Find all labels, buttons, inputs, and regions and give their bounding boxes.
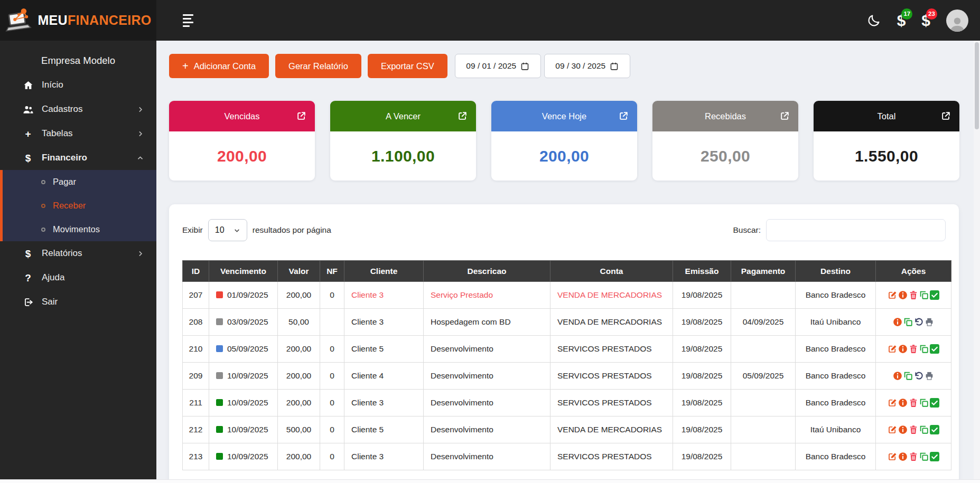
adicionar-conta-button[interactable]: +Adicionar Conta	[169, 54, 269, 78]
sidebar-item-inicio[interactable]: Início	[0, 73, 156, 97]
trash-icon[interactable]	[909, 398, 918, 408]
column-header[interactable]: ID	[183, 261, 209, 282]
sidebar-item-financeiro[interactable]: $Financeiro	[0, 146, 156, 170]
card-header-recebidas[interactable]: Recebidas	[652, 101, 798, 131]
check-icon[interactable]	[930, 344, 939, 354]
receivables-notification-button[interactable]: $ 17	[897, 13, 906, 29]
page-size-select[interactable]: 10	[208, 219, 247, 241]
trash-icon[interactable]	[909, 425, 918, 434]
card-label: Vencidas	[225, 111, 260, 121]
sidebar-item-sair[interactable]: Sair	[0, 290, 156, 314]
button-label: Adicionar Conta	[194, 61, 256, 71]
summary-card-vence-hoje: Vence Hoje200,00	[491, 101, 637, 181]
column-header[interactable]: Ações	[876, 261, 951, 282]
column-header[interactable]: Cliente	[344, 261, 424, 282]
sidebar-item-ajuda[interactable]: ?Ajuda	[0, 266, 156, 290]
cell-acoes	[876, 309, 951, 336]
card-header-total[interactable]: Total	[814, 101, 959, 131]
copy-icon[interactable]	[919, 344, 929, 354]
card-header-a-vencer[interactable]: A Vencer	[330, 101, 476, 131]
check-icon[interactable]	[930, 425, 939, 434]
search-input[interactable]	[766, 219, 946, 241]
trash-icon[interactable]	[909, 452, 918, 461]
edit-icon[interactable]	[888, 398, 897, 408]
card-header-vence-hoje[interactable]: Vence Hoje	[491, 101, 637, 131]
edit-icon[interactable]	[888, 452, 897, 461]
bullet-icon	[41, 180, 45, 184]
menu-toggle-button[interactable]	[183, 14, 193, 27]
column-header[interactable]: NF	[320, 261, 344, 282]
cell-acoes	[876, 390, 951, 416]
column-header[interactable]: Descricao	[424, 261, 550, 282]
column-header[interactable]: Conta	[550, 261, 673, 282]
info-icon[interactable]	[898, 344, 908, 354]
sidebar-item-tabelas[interactable]: +Tabelas	[0, 121, 156, 146]
gerar-relatorio-button[interactable]: Gerar Relatório	[275, 54, 361, 78]
check-icon[interactable]	[930, 290, 939, 300]
info-icon[interactable]	[893, 371, 902, 381]
date-from-input[interactable]: 09 / 01 / 2025	[455, 54, 541, 78]
copy-icon[interactable]	[919, 425, 929, 434]
external-link-icon[interactable]	[619, 111, 629, 121]
print-icon[interactable]	[925, 371, 934, 381]
horizontal-scrollbar[interactable]	[0, 479, 980, 483]
external-link-icon[interactable]	[941, 111, 951, 121]
copy-icon[interactable]	[919, 290, 929, 300]
column-header[interactable]: Destino	[796, 261, 876, 282]
check-icon[interactable]	[930, 398, 939, 408]
logo-text: MEUFINANCEIRO	[38, 13, 151, 28]
sidebar-subitem-pagar[interactable]: Pagar	[3, 170, 156, 194]
edit-icon[interactable]	[888, 344, 897, 354]
column-header[interactable]: Vencimento	[209, 261, 278, 282]
table-row: 21310/09/2025200,000Cliente 3Desenvolvim…	[183, 443, 951, 470]
copy-icon[interactable]	[903, 317, 913, 327]
column-header[interactable]: Emissão	[673, 261, 731, 282]
external-link-icon[interactable]	[296, 111, 306, 121]
chevron-right-icon	[137, 106, 144, 113]
info-icon[interactable]	[893, 317, 902, 327]
check-icon[interactable]	[930, 452, 939, 461]
home-icon	[23, 80, 33, 90]
app-logo[interactable]: MEUFINANCEIRO	[0, 0, 156, 41]
exportar-csv-button[interactable]: Exportar CSV	[368, 54, 447, 78]
payables-notification-button[interactable]: $ 23	[921, 13, 930, 29]
copy-icon[interactable]	[919, 452, 929, 461]
sidebar-item-relatorios[interactable]: $Relatórios	[0, 241, 156, 266]
copy-icon[interactable]	[903, 371, 913, 381]
sidebar-item-label: Relatórios	[42, 248, 82, 259]
vertical-scrollbar[interactable]	[974, 41, 980, 483]
info-icon[interactable]	[898, 425, 908, 434]
cell-valor: 200,00	[278, 363, 320, 390]
theme-toggle-moon-icon[interactable]	[867, 13, 881, 27]
user-avatar[interactable]	[946, 10, 968, 32]
company-name: Empresa Modelo	[0, 41, 156, 73]
receivables-panel: Exibir 10 resultados por página Buscar: …	[169, 204, 959, 483]
column-header[interactable]: Valor	[278, 261, 320, 282]
external-link-icon[interactable]	[780, 111, 790, 121]
date-to-input[interactable]: 09 / 30 / 2025	[544, 54, 630, 78]
copy-icon[interactable]	[919, 398, 929, 408]
info-icon[interactable]	[898, 290, 908, 300]
card-value: 200,00	[491, 131, 637, 181]
info-icon[interactable]	[898, 398, 908, 408]
cell-id: 210	[183, 336, 209, 363]
sidebar-subitem-receber[interactable]: Receber	[3, 194, 156, 217]
card-header-vencidas[interactable]: Vencidas	[169, 101, 315, 131]
edit-icon[interactable]	[888, 290, 897, 300]
print-icon[interactable]	[925, 317, 934, 327]
column-header[interactable]: Pagamento	[731, 261, 796, 282]
sidebar-item-cadastros[interactable]: Cadastros	[0, 97, 156, 121]
edit-icon[interactable]	[888, 425, 897, 434]
undo-icon[interactable]	[914, 317, 923, 327]
chevron-right-icon	[137, 130, 144, 137]
sidebar-subitem-movimentos[interactable]: Movimentos	[3, 217, 156, 241]
sidebar-item-label: Financeiro	[42, 153, 87, 163]
external-link-icon[interactable]	[458, 111, 468, 121]
undo-icon[interactable]	[914, 371, 923, 381]
info-icon[interactable]	[898, 452, 908, 461]
trash-icon[interactable]	[909, 344, 918, 354]
trash-icon[interactable]	[909, 290, 918, 300]
cell-acoes	[876, 363, 951, 390]
menu-line	[183, 18, 191, 20]
scrollbar-thumb[interactable]	[975, 42, 979, 129]
